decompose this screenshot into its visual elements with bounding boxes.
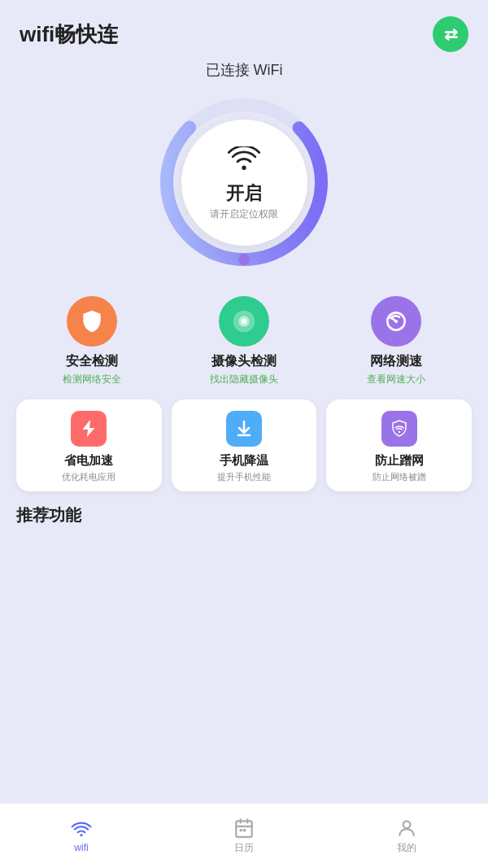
card-anti-rub[interactable]: 防止蹭网 防止网络被蹭 [326,399,472,491]
donut-center: 开启 请开启定位权限 [181,120,307,246]
wifi-status-label: 已连接 WiFi [0,60,488,80]
arrows-icon: ⇄ [444,24,458,44]
bottom-nav: wifi 日历 我的 [0,803,488,868]
wifi-nav-icon [71,818,92,840]
speed-name: 网络测速 [370,353,422,370]
profile-nav-icon [396,818,417,839]
anti-rub-name: 防止蹭网 [375,453,424,469]
nav-profile-label: 我的 [397,841,416,855]
svg-point-12 [403,821,411,828]
features-row: 安全检测 检测网络安全 摄像头检测 找出隐藏摄像头 [16,296,472,386]
nav-profile[interactable]: 我的 [377,811,437,861]
nav-calendar-label: 日历 [234,841,254,855]
security-icon-circle [67,296,117,347]
speed-icon-circle [371,296,421,347]
speed-desc: 查看网速大小 [367,373,425,386]
donut-chart[interactable]: 开启 请开启定位权限 [155,93,333,272]
nav-calendar[interactable]: 日历 [214,811,274,861]
partial-section: 推荐功能 [0,504,488,540]
bolt-icon-box [71,411,107,447]
svg-point-5 [242,319,247,325]
svg-rect-11 [243,829,246,831]
camera-icon-circle [219,296,269,347]
svg-point-6 [394,320,398,323]
cool-down-name: 手机降温 [220,453,268,469]
feature-camera[interactable]: 摄像头检测 找出隐藏摄像头 [179,296,309,386]
shield-wifi-icon [390,419,409,438]
save-power-desc: 优化耗电应用 [62,471,115,483]
feature-security[interactable]: 安全检测 检测网络安全 [27,296,157,386]
svg-point-2 [238,254,250,265]
feature-speed[interactable]: 网络测速 查看网速大小 [331,296,461,386]
calendar-nav-icon [233,818,255,839]
anti-rub-desc: 防止网络被蹭 [373,471,426,483]
donut-sub-text: 请开启定位权限 [210,207,278,221]
security-desc: 检测网络安全 [63,373,121,386]
shield-wifi-icon-box [381,411,417,447]
svg-rect-10 [240,829,242,831]
card-cool-down[interactable]: 手机降温 提升手机性能 [172,399,317,491]
speed-icon [383,308,409,334]
nav-wifi-label: wifi [74,842,88,853]
donut-main-text: 开启 [226,181,262,206]
download-icon [234,419,254,438]
card-save-power[interactable]: 省电加速 优化耗电应用 [16,399,162,491]
camera-desc: 找出隐藏摄像头 [210,373,278,386]
cards-row: 省电加速 优化耗电应用 手机降温 提升手机性能 防止蹭网 防止网络被蹭 [0,399,488,491]
security-icon [79,308,105,334]
camera-icon [231,308,257,334]
app-title: wifi畅快连 [20,20,118,49]
wifi-symbol [228,144,260,178]
camera-name: 摄像头检测 [211,353,277,370]
security-name: 安全检测 [66,353,118,370]
nav-wifi[interactable]: wifi [51,812,111,860]
features-section: 安全检测 检测网络安全 摄像头检测 找出隐藏摄像头 [0,296,488,386]
header: wifi畅快连 ⇄ [0,0,488,60]
cool-down-desc: 提升手机性能 [217,471,271,483]
svg-point-7 [398,431,399,433]
bolt-icon [79,419,98,438]
transfer-button[interactable]: ⇄ [433,16,468,52]
download-icon-box [226,411,262,447]
svg-point-8 [80,834,82,836]
partial-title: 推荐功能 [16,504,472,526]
save-power-name: 省电加速 [64,453,113,469]
